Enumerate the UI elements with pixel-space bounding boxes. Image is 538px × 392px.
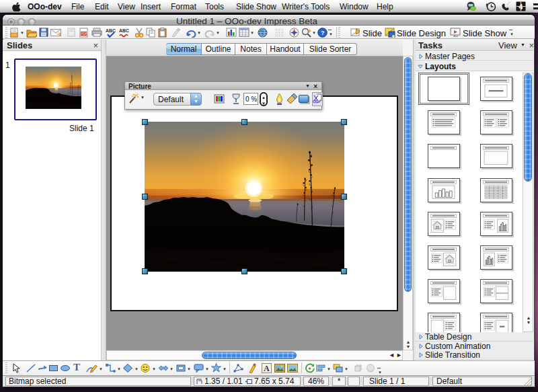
svg-text:ABC: ABC [119, 28, 129, 33]
svg-text:?: ? [321, 30, 325, 36]
svg-text:4: 4 [518, 3, 523, 11]
svg-text:PDF: PDF [81, 32, 87, 36]
svg-text:A: A [264, 364, 270, 373]
